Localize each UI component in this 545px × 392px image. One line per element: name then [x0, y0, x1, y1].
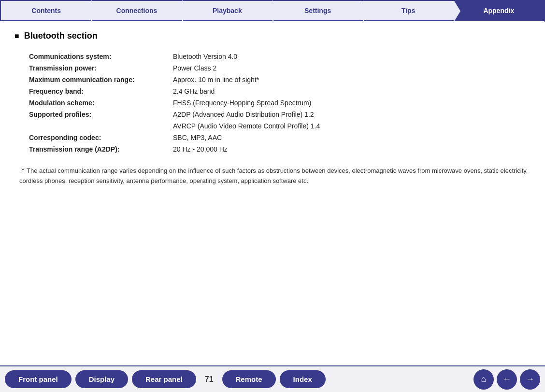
spec-value: FHSS (Frequency-Hopping Spread Spectrum) [169, 97, 531, 109]
spec-value: SBC, MP3, AAC [169, 132, 531, 143]
spec-label: Frequency band: [14, 85, 169, 97]
index-button[interactable]: Index [280, 370, 326, 388]
bottom-nav-left: Front panel Display Rear panel 71 Remote… [5, 370, 473, 388]
tab-appendix[interactable]: Appendix [454, 0, 545, 21]
spec-label: Communications system: [14, 51, 169, 62]
spec-value: Approx. 10 m in line of sight* [169, 74, 531, 85]
front-panel-button[interactable]: Front panel [5, 370, 72, 388]
tab-tips[interactable]: Tips [363, 0, 453, 21]
spec-row: Frequency band:2.4 GHz band [14, 85, 531, 97]
back-button[interactable]: ← [497, 369, 517, 390]
spec-value: Bluetooth Version 4.0 [169, 51, 531, 62]
spec-value: Power Class 2 [169, 62, 531, 74]
tab-connections[interactable]: Connections [91, 0, 182, 21]
spec-table: Communications system:Bluetooth Version … [14, 51, 531, 155]
spec-label: Transmission power: [14, 62, 169, 74]
bottom-nav-right: ⌂ ← → [473, 369, 540, 390]
spec-value: 2.4 GHz band [169, 85, 531, 97]
forward-button[interactable]: → [520, 369, 540, 390]
tab-playback[interactable]: Playback [182, 0, 272, 21]
spec-label: Maximum communication range: [14, 74, 169, 85]
spec-label: Modulation scheme: [14, 97, 169, 109]
spec-row: Modulation scheme:FHSS (Frequency-Hoppin… [14, 97, 531, 109]
spec-row: Corresponding codec:SBC, MP3, AAC [14, 132, 531, 143]
spec-row-extra: AVRCP (Audio Video Remote Control Profil… [14, 120, 531, 132]
spec-value-extra: AVRCP (Audio Video Remote Control Profil… [169, 120, 531, 132]
home-button[interactable]: ⌂ [473, 369, 494, 390]
spec-value: 20 Hz - 20,000 Hz [169, 143, 531, 155]
spec-value: A2DP (Advanced Audio Distribution Profil… [169, 109, 531, 120]
spec-label: Corresponding codec: [14, 132, 169, 143]
spec-label: Supported profiles: [14, 109, 169, 120]
spec-row: Transmission power:Power Class 2 [14, 62, 531, 74]
main-content: Bluetooth section Communications system:… [0, 21, 545, 196]
spec-row: Communications system:Bluetooth Version … [14, 51, 531, 62]
spec-label: Transmission range (A2DP): [14, 143, 169, 155]
spec-row: Transmission range (A2DP):20 Hz - 20,000… [14, 143, 531, 155]
display-button[interactable]: Display [75, 370, 128, 388]
remote-button[interactable]: Remote [222, 370, 276, 388]
spec-row: Supported profiles:A2DP (Advanced Audio … [14, 109, 531, 120]
tab-settings[interactable]: Settings [272, 0, 363, 21]
tab-contents[interactable]: Contents [0, 0, 91, 21]
footnote: ＊The actual communication range varies d… [14, 165, 531, 186]
bottom-navigation: Front panel Display Rear panel 71 Remote… [0, 365, 545, 392]
rear-panel-button[interactable]: Rear panel [132, 370, 196, 388]
section-title: Bluetooth section [14, 31, 531, 41]
page-number: 71 [205, 375, 214, 384]
top-navigation: Contents Connections Playback Settings T… [0, 0, 545, 21]
spec-row: Maximum communication range:Approx. 10 m… [14, 74, 531, 85]
